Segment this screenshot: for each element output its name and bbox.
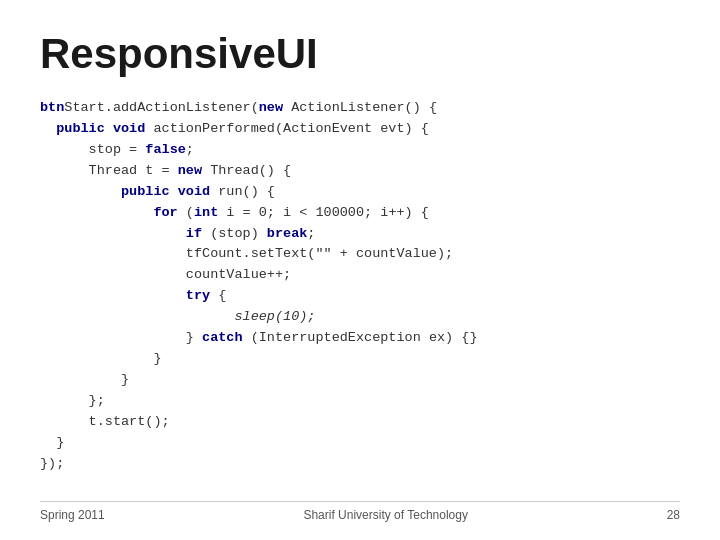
code-line-5: public void run() { — [40, 182, 680, 203]
code-line-6: for (int i = 0; i < 100000; i++) { — [40, 203, 680, 224]
code-line-16: t.start(); — [40, 412, 680, 433]
code-line-11: sleep(10); — [40, 307, 680, 328]
footer-center: Sharif University of Technology — [303, 508, 468, 522]
code-line-4: Thread t = new Thread() { — [40, 161, 680, 182]
footer-right: 28 — [667, 508, 680, 522]
code-block: btnStart.addActionListener(new ActionLis… — [40, 98, 680, 475]
code-line-2: public void actionPerformed(ActionEvent … — [40, 119, 680, 140]
footer-left: Spring 2011 — [40, 508, 105, 522]
code-line-13: } — [40, 349, 680, 370]
code-line-12: } catch (InterruptedException ex) {} — [40, 328, 680, 349]
code-line-10: try { — [40, 286, 680, 307]
code-line-3: stop = false; — [40, 140, 680, 161]
slide-container: ResponsiveUI btnStart.addActionListener(… — [0, 0, 720, 540]
code-line-18: }); — [40, 454, 680, 475]
code-line-14: } — [40, 370, 680, 391]
code-line-8: tfCount.setText("" + countValue); — [40, 244, 680, 265]
code-line-7: if (stop) break; — [40, 224, 680, 245]
slide-footer: Spring 2011 Sharif University of Technol… — [40, 501, 680, 522]
code-line-1: btnStart.addActionListener(new ActionLis… — [40, 98, 680, 119]
slide-title: ResponsiveUI — [40, 30, 680, 78]
code-line-15: }; — [40, 391, 680, 412]
code-line-17: } — [40, 433, 680, 454]
code-line-9: countValue++; — [40, 265, 680, 286]
